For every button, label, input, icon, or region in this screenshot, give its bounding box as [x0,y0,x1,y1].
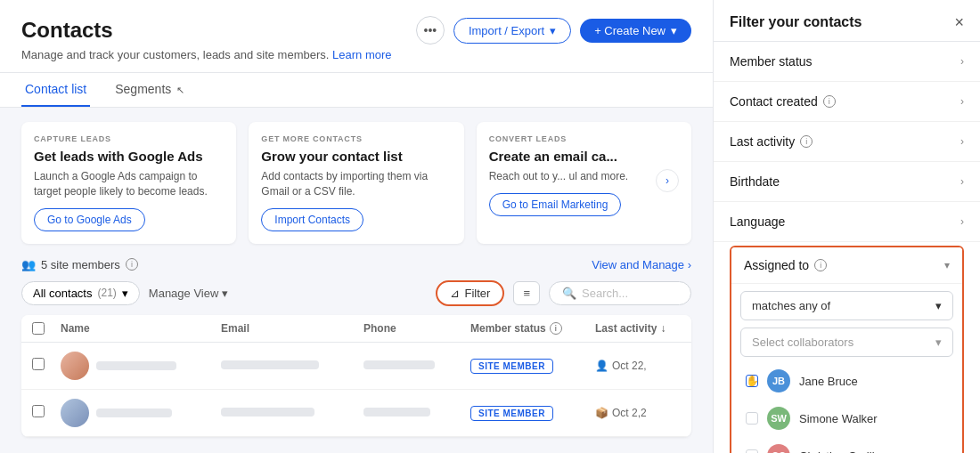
filter-item-last-activity[interactable]: Last activity i › [714,122,980,162]
card-grow-contacts: GET MORE CONTACTS Grow your contact list… [249,122,463,244]
table-row: SITE MEMBER 👤 Oct 22, ••• [21,343,691,390]
phone-cell [363,360,470,372]
panel-header: Filter your contacts × [714,0,980,42]
matches-any-of-dropdown[interactable]: matches any of ▾ [740,291,953,320]
assigned-to-info-icon[interactable]: i [814,259,827,271]
email-blurred [221,408,314,417]
filter-item-contact-created[interactable]: Contact created i › [714,82,980,122]
page-title: Contacts [21,18,113,43]
sort-desc-icon: ↓ [660,322,666,335]
contacts-table: Name Email Phone Member status i Last ac… [21,315,691,437]
filter-section-assigned-to: Assigned to i ▾ matches any of ▾ Select … [730,246,964,453]
card-google-ads: CAPTURE LEADS Get leads with Google Ads … [21,122,236,244]
chevron-down-icon: ▾ [122,287,128,300]
view-and-manage-link[interactable]: View and Manage › [592,258,691,271]
row-checkbox[interactable] [32,405,45,417]
go-to-google-ads-button[interactable]: Go to Google Ads [34,208,145,231]
chevron-right-icon: › [960,95,964,108]
phone-blurred [363,360,435,369]
collaborator-simone-walker[interactable]: SW Simone Walker [740,400,953,437]
filter-item-member-status[interactable]: Member status › [714,42,980,82]
chevron-down-icon: ▾ [222,287,228,300]
search-icon: 🔍 [562,287,576,300]
name-blurred [96,361,176,370]
filter-label: Contact created i [730,94,836,109]
name-cell [61,399,221,427]
col-header-name: Name [61,322,221,335]
chevron-down-icon: ▾ [944,259,950,271]
manage-view-button[interactable]: Manage View ▾ [149,287,229,300]
members-bar: 👥 5 site members i View and Manage › [21,258,691,271]
subtitle: Manage and track your customers, leads a… [21,48,691,61]
email-blurred [221,360,319,369]
members-info-icon[interactable]: i [126,258,138,271]
contact-created-info-icon[interactable]: i [823,95,836,108]
filter-button[interactable]: ⊿ Filter [436,280,505,306]
activity-cell: 👤 Oct 22, [595,360,691,372]
tab-segments[interactable]: Segments ↖ [111,73,188,107]
avatar [61,399,89,427]
member-status-info-icon[interactable]: i [550,322,562,335]
collaborator-christina-carillo[interactable]: CC Christina Carillo [740,437,953,453]
filter-item-birthdate[interactable]: Birthdate › [714,162,980,202]
chevron-right-icon: › [960,135,964,148]
name-blurred [96,409,172,417]
expand-card-button[interactable]: › [656,169,679,192]
chevron-right-icon: › [960,55,964,68]
chevron-down-icon: ▾ [935,336,942,349]
header-actions: ••• Import / Export ▾ + Create New ▾ [416,16,691,44]
collaborator-avatar: SW [767,407,790,430]
members-icon: 👥 [21,258,36,271]
chevron-down-icon: ▾ [935,299,942,312]
filter-panel: Filter your contacts × Member status › C… [713,0,980,453]
member-status-cell: SITE MEMBER [470,407,595,419]
collaborator-checkbox[interactable]: ✋ [746,375,758,387]
main-content: Contacts ••• Import / Export ▾ + Create … [0,0,713,453]
search-input[interactable]: 🔍 Search... [549,281,691,305]
body-area: CAPTURE LEADS Get leads with Google Ads … [0,108,713,453]
learn-more-link[interactable]: Learn more [332,48,391,61]
collaborator-checkbox[interactable] [746,412,758,425]
select-collaborators-dropdown[interactable]: Select collaborators ▾ [740,328,953,357]
tabs-bar: Contact list Segments ↖ [0,73,713,108]
table-controls: All contacts (21) ▾ Manage View ▾ ⊿ Filt… [21,280,691,306]
cursor-icon: ↖ [176,85,184,95]
page-header: Contacts ••• Import / Export ▾ + Create … [0,0,713,73]
filter-section-header[interactable]: Assigned to i ▾ [731,247,962,284]
collaborator-checkbox[interactable] [746,449,758,453]
phone-blurred [363,408,430,417]
name-cell [61,352,221,380]
chevron-down-icon: ▾ [671,24,677,37]
import-contacts-button[interactable]: Import Contacts [261,208,363,231]
create-new-button[interactable]: + Create New ▾ [580,19,691,43]
more-options-button[interactable]: ••• [416,16,445,44]
site-members-info: 👥 5 site members i [21,258,138,271]
filter-icon: ⊿ [450,287,460,300]
close-panel-button[interactable]: × [954,14,964,30]
all-contacts-filter-button[interactable]: All contacts (21) ▾ [21,281,140,305]
filter-item-language[interactable]: Language › [714,202,980,242]
go-to-email-marketing-button[interactable]: Go to Email Marketing [489,193,622,216]
table-header-row: Name Email Phone Member status i Last ac… [21,315,691,343]
cards-row: CAPTURE LEADS Get leads with Google Ads … [21,122,691,244]
table-row: SITE MEMBER 📦 Oct 2,2 ••• [21,390,691,437]
email-cell [221,407,363,419]
collaborator-avatar: CC [767,444,790,453]
activity-icon: 👤 [595,360,608,372]
sort-button[interactable]: ≡ [513,281,540,305]
card-email-campaign: CONVERT LEADS Create an email ca... Reac… [477,122,691,244]
email-cell [221,360,363,372]
last-activity-info-icon[interactable]: i [800,135,813,148]
col-header-phone: Phone [363,322,470,335]
sort-icon: ≡ [523,287,530,300]
activity-cell: 📦 Oct 2,2 [595,407,691,419]
collaborator-jane-bruce[interactable]: ✋ JB Jane Bruce [740,362,953,400]
filter-label: Last activity i [730,134,813,149]
import-export-button[interactable]: Import / Export ▾ [453,18,571,44]
select-all-checkbox[interactable] [32,322,45,335]
col-header-last-activity: Last activity ↓ [595,322,691,335]
collaborators-list: ✋ JB Jane Bruce SW Simone Walker CC Chri… [731,362,962,453]
activity-icon: 📦 [595,407,608,419]
row-checkbox[interactable] [32,358,45,370]
tab-contact-list[interactable]: Contact list [21,73,90,107]
